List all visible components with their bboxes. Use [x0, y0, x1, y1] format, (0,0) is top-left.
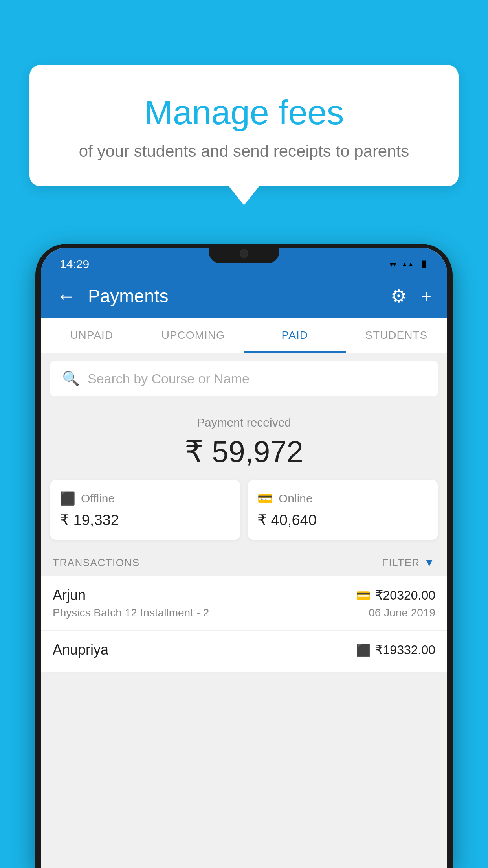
payment-received-label: Payment received: [41, 416, 447, 429]
transaction-course-1: Physics Batch 12 Installment - 2: [53, 607, 209, 619]
status-time: 14:29: [60, 257, 89, 271]
payment-summary: Payment received ₹ 59,972 ⬛ Offline ₹ 19…: [41, 404, 447, 680]
status-icons: ▾▾ ▲▲ ▐▌: [390, 261, 428, 268]
tab-upcoming[interactable]: UPCOMING: [143, 318, 244, 353]
transaction-amount-wrap-2: ⬛ ₹19332.00: [356, 642, 435, 657]
transaction-name-1: Arjun: [53, 587, 86, 603]
search-icon: 🔍: [62, 370, 80, 387]
transaction-amount-wrap-1: 💳 ₹20320.00: [356, 588, 435, 603]
phone-screen: 14:29 ▾▾ ▲▲ ▐▌ ← Payments ⚙ +: [41, 248, 447, 868]
online-payment-card: 💳 Online ₹ 40,640: [248, 480, 438, 540]
transaction-top-2: Anupriya ⬛ ₹19332.00: [53, 642, 435, 658]
phone-camera: [240, 249, 248, 258]
transaction-row-anupriya[interactable]: Anupriya ⬛ ₹19332.00: [41, 631, 447, 673]
signal-icon: ▲▲: [402, 261, 414, 268]
speech-bubble: Manage fees of your students and send re…: [29, 65, 459, 186]
online-label: Online: [279, 492, 313, 505]
tabs-bar: UNPAID UPCOMING PAID STUDENTS: [41, 318, 447, 353]
transaction-bottom-1: Physics Batch 12 Installment - 2 06 June…: [53, 607, 435, 619]
transactions-label: TRANSACTIONS: [53, 557, 140, 569]
search-placeholder: Search by Course or Name: [88, 371, 250, 386]
offline-label: Offline: [81, 492, 115, 505]
back-button[interactable]: ←: [57, 285, 76, 307]
filter-button[interactable]: FILTER ▼: [382, 556, 435, 569]
add-button[interactable]: +: [421, 285, 431, 307]
tab-students[interactable]: STUDENTS: [346, 318, 448, 353]
online-card-header: 💳 Online: [257, 491, 313, 506]
settings-button[interactable]: ⚙: [391, 285, 407, 307]
offline-payment-card: ⬛ Offline ₹ 19,332: [50, 480, 240, 540]
transaction-amount-2: ₹19332.00: [375, 642, 435, 657]
tab-unpaid[interactable]: UNPAID: [41, 318, 143, 353]
transactions-header: TRANSACTIONS FILTER ▼: [41, 549, 447, 576]
background: Manage fees of your students and send re…: [0, 0, 488, 868]
battery-icon: ▐▌: [419, 261, 428, 268]
transaction-date-1: 06 June 2019: [369, 607, 435, 619]
transaction-name-2: Anupriya: [53, 642, 108, 658]
filter-label: FILTER: [382, 557, 420, 569]
bubble-title: Manage fees: [53, 92, 435, 132]
app-bar-actions: ⚙ +: [391, 285, 431, 307]
online-amount: ₹ 40,640: [257, 511, 317, 529]
back-icon: ←: [57, 285, 76, 307]
transaction-row-arjun[interactable]: Arjun 💳 ₹20320.00 Physics Batch 12 Insta…: [41, 576, 447, 631]
offline-icon: ⬛: [60, 491, 75, 506]
transaction-amount-1: ₹20320.00: [375, 588, 435, 603]
tab-paid[interactable]: PAID: [244, 318, 346, 353]
payment-cards: ⬛ Offline ₹ 19,332 💳 Online ₹ 40,640: [41, 480, 447, 540]
phone-mockup: 14:29 ▾▾ ▲▲ ▐▌ ← Payments ⚙ +: [35, 244, 453, 868]
app-title: Payments: [88, 285, 379, 307]
bubble-subtitle: of your students and send receipts to pa…: [53, 142, 435, 161]
search-bar[interactable]: 🔍 Search by Course or Name: [50, 361, 438, 396]
payment-total-amount: ₹ 59,972: [41, 434, 447, 469]
screen-content: 🔍 Search by Course or Name Payment recei…: [41, 353, 447, 864]
app-bar: ← Payments ⚙ +: [41, 274, 447, 318]
card-payment-icon: 💳: [356, 588, 371, 602]
offline-payment-icon: ⬛: [356, 643, 371, 657]
phone-notch: [209, 244, 279, 263]
transaction-top-1: Arjun 💳 ₹20320.00: [53, 587, 435, 603]
card-icon: 💳: [257, 491, 273, 506]
wifi-icon: ▾▾: [390, 261, 396, 268]
offline-card-header: ⬛ Offline: [60, 491, 115, 506]
offline-amount: ₹ 19,332: [60, 511, 119, 529]
filter-icon: ▼: [424, 556, 435, 569]
